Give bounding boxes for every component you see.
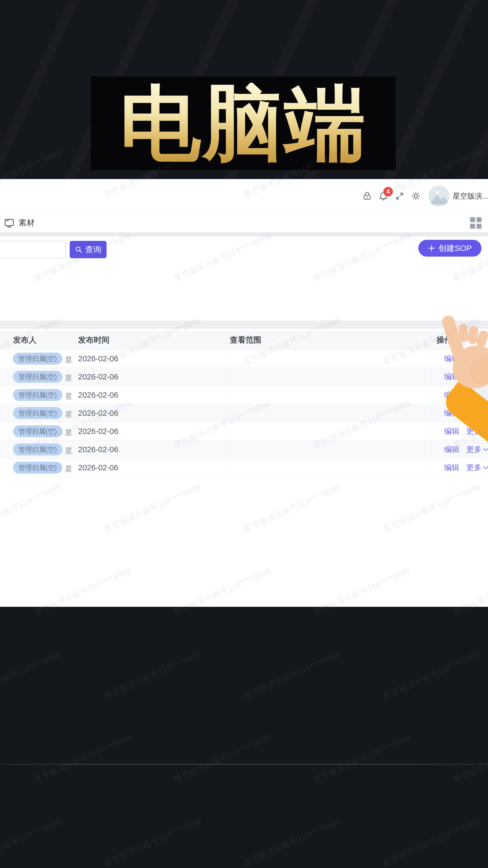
footer-divider xyxy=(0,764,488,765)
cell-publisher: 管理归属(空) 星空... xyxy=(8,459,73,476)
publisher-name: 星空... xyxy=(65,392,73,401)
search-button-label: 查询 xyxy=(85,244,101,255)
plus-icon xyxy=(428,245,435,252)
create-sop-label: 创建SOP xyxy=(438,243,472,254)
cell-actions: 编辑 更多 xyxy=(432,459,488,476)
cell-publisher: 管理归属(空) 星空... xyxy=(8,350,73,368)
settings-gear-icon[interactable] xyxy=(411,191,421,201)
header-view-scope: 查看范围 xyxy=(225,331,432,349)
header-publish-time: 发布时间 xyxy=(73,331,225,349)
user-name[interactable]: 星空版演... xyxy=(453,191,487,201)
more-link[interactable]: 更多 xyxy=(466,444,488,455)
publisher-name: 星空... xyxy=(65,446,73,456)
banner-title: 电脑端 xyxy=(120,83,367,164)
avatar[interactable] xyxy=(428,186,450,207)
cell-view-scope xyxy=(225,350,432,368)
cell-publish-time: 2026-02-06 xyxy=(73,404,225,422)
tab-material-label: 素材 xyxy=(19,217,35,228)
cell-gutter xyxy=(0,404,8,422)
cell-actions: 编辑 更多 xyxy=(432,440,488,458)
edit-link[interactable]: 编辑 xyxy=(444,444,459,455)
cell-gutter xyxy=(0,440,8,458)
notification-badge: 4 xyxy=(383,187,393,196)
section-gap xyxy=(0,232,488,237)
notification-bell-icon[interactable]: 4 xyxy=(379,191,388,201)
header-gutter xyxy=(0,331,8,349)
material-monitor-icon xyxy=(4,218,14,228)
apps-grid-icon[interactable] xyxy=(468,216,483,230)
table-row: 管理归属(空) 星空... 2026-02-06 编辑 更多 xyxy=(0,440,488,459)
cell-publish-time: 2026-02-06 xyxy=(73,422,225,440)
table-header: 发布人 发布时间 查看范围 操作 xyxy=(0,331,488,350)
cell-publisher: 管理归属(空) 星空... xyxy=(8,422,73,440)
publisher-tag: 管理归属(空) xyxy=(13,462,62,474)
publisher-name: 星空... xyxy=(65,464,73,474)
table-row: 管理归属(空) 星空... 2026-02-06 编辑 更多 xyxy=(0,368,488,386)
cell-view-scope xyxy=(225,422,432,440)
cell-publish-time: 2026-02-06 xyxy=(73,440,225,458)
publisher-name: 星空... xyxy=(65,428,73,437)
cell-gutter xyxy=(0,422,8,440)
cell-publish-time: 2026-02-06 xyxy=(73,386,225,404)
tab-bar: 素材 xyxy=(0,214,488,232)
chevron-down-icon xyxy=(483,447,488,452)
cell-publish-time: 2026-02-06 xyxy=(73,368,225,386)
cell-view-scope xyxy=(225,368,432,386)
publisher-tag: 管理归属(空) xyxy=(13,443,62,456)
table-row: 管理归属(空) 星空... 2026-02-06 编辑 更多 xyxy=(0,350,488,368)
content-area: 查询 创建SOP 发布人 发布时间 查看范围 操作 管理归 xyxy=(0,237,488,607)
search-icon xyxy=(75,246,83,253)
header-publisher: 发布人 xyxy=(8,331,73,349)
fullscreen-expand-icon[interactable] xyxy=(395,191,404,201)
cell-publisher: 管理归属(空) 星空... xyxy=(8,386,73,404)
cell-publish-time: 2026-02-06 xyxy=(73,459,225,476)
publisher-tag: 管理归属(空) xyxy=(13,389,62,401)
cell-gutter xyxy=(0,368,8,386)
cell-publisher: 管理归属(空) 星空... xyxy=(8,368,73,386)
table-row: 管理归属(空) 星空... 2026-02-06 编辑 更多 xyxy=(0,459,488,477)
section-gap-2 xyxy=(0,321,488,329)
publisher-tag: 管理归属(空) xyxy=(13,407,62,419)
cell-view-scope xyxy=(225,440,432,458)
edit-link[interactable]: 编辑 xyxy=(444,463,459,473)
page: 电脑端 4 xyxy=(0,0,488,868)
bottom-dark-region xyxy=(0,607,488,868)
hand-cursor xyxy=(439,311,488,425)
more-link[interactable]: 更多 xyxy=(466,463,488,473)
cell-publisher: 管理归属(空) 星空... xyxy=(8,404,73,422)
table-body: 管理归属(空) 星空... 2026-02-06 编辑 更多 管理归属(空) 星… xyxy=(0,350,488,477)
tab-material[interactable]: 素材 xyxy=(4,217,35,228)
search-button[interactable]: 查询 xyxy=(70,241,106,258)
publisher-name: 星空... xyxy=(65,410,73,420)
search-input[interactable] xyxy=(0,241,66,258)
publisher-name: 星空... xyxy=(65,373,73,383)
publisher-name: 星空... xyxy=(65,355,73,365)
publisher-tag: 管理归属(空) xyxy=(13,371,62,383)
create-sop-button[interactable]: 创建SOP xyxy=(418,240,482,257)
table-row: 管理归属(空) 星空... 2026-02-06 编辑 更多 xyxy=(0,422,488,440)
table-row: 管理归属(空) 星空... 2026-02-06 编辑 更多 xyxy=(0,386,488,404)
table-row: 管理归属(空) 星空... 2026-02-06 编辑 更多 xyxy=(0,404,488,422)
cell-gutter xyxy=(0,386,8,404)
banner: 电脑端 xyxy=(91,76,396,170)
lock-icon[interactable] xyxy=(362,191,372,201)
cell-gutter xyxy=(0,459,8,476)
edit-link[interactable]: 编辑 xyxy=(444,426,459,436)
publisher-tag: 管理归属(空) xyxy=(13,425,62,437)
app-window: 4 xyxy=(0,179,488,607)
cell-view-scope xyxy=(225,386,432,404)
cell-publisher: 管理归属(空) 星空... xyxy=(8,440,73,458)
chevron-down-icon xyxy=(483,466,488,469)
publisher-tag: 管理归属(空) xyxy=(13,352,62,365)
cell-view-scope xyxy=(225,404,432,422)
app-topbar: 4 xyxy=(0,179,488,213)
cell-publish-time: 2026-02-06 xyxy=(73,350,225,368)
cell-view-scope xyxy=(225,459,432,476)
data-table: 发布人 发布时间 查看范围 操作 管理归属(空) 星空... 2026-02-0… xyxy=(0,331,488,477)
cell-gutter xyxy=(0,350,8,368)
